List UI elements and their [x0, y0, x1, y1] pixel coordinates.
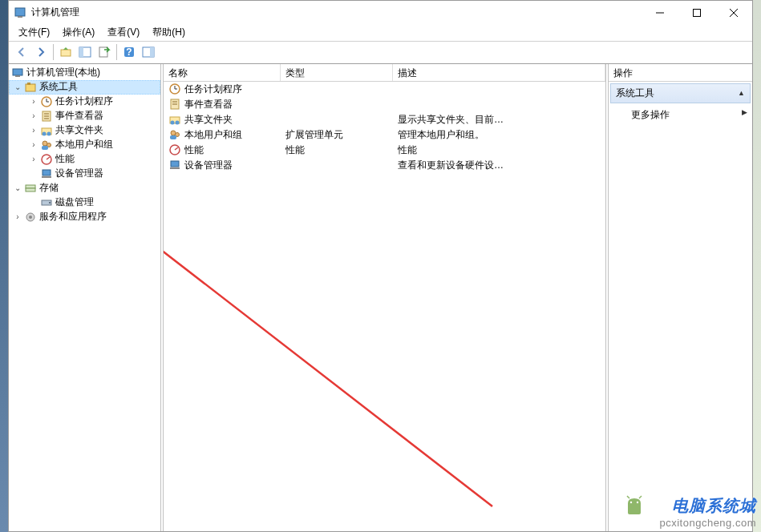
column-name[interactable]: 名称 [164, 64, 281, 81]
tree-system-tools[interactable]: ⌄ 系统工具 [9, 80, 160, 95]
toolbar-up-button[interactable] [56, 42, 75, 62]
collapse-icon: ▲ [738, 89, 745, 97]
desktop-right-edge [753, 0, 761, 532]
action-section-label: 系统工具 [616, 87, 654, 100]
row-icon [168, 159, 181, 171]
svg-point-40 [29, 216, 32, 219]
list-body[interactable]: 任务计划程序事件查看器共享文件夹显示共享文件夹、目前…本地用户和组扩展管理单元管… [164, 82, 605, 531]
tree-disk-management[interactable]: 磁盘管理 [9, 195, 160, 210]
users-icon [40, 139, 53, 151]
svg-rect-1 [18, 16, 22, 18]
tree-local-users[interactable]: › 本地用户和组 [9, 138, 160, 152]
list-panel: 名称 类型 描述 任务计划程序事件查看器共享文件夹显示共享文件夹、目前…本地用户… [163, 64, 606, 531]
tree-root[interactable]: 计算机管理(本地) [9, 66, 160, 80]
computer-icon [11, 66, 24, 79]
svg-rect-17 [27, 83, 30, 85]
toolbar-separator [116, 44, 117, 60]
svg-text:?: ? [126, 46, 132, 58]
titlebar: 计算机管理 [9, 1, 752, 25]
list-row[interactable]: 任务计划程序 [164, 82, 605, 97]
window-title: 计算机管理 [31, 6, 642, 19]
tree-label: 磁盘管理 [55, 195, 94, 209]
action-section[interactable]: 系统工具 ▲ [610, 83, 751, 103]
toolbar-forward-button[interactable] [31, 42, 51, 62]
svg-rect-56 [171, 161, 179, 167]
row-desc: 查看和更新设备硬件设… [393, 159, 605, 172]
list-row[interactable]: 本地用户和组扩展管理单元管理本地用户和组。 [164, 127, 605, 143]
menu-help[interactable]: 帮助(H) [146, 24, 192, 41]
window-frame: 计算机管理 文件(F) 操作(A) 查看(V) 帮助(H) ? 计算机管理(本地… [8, 0, 753, 532]
tree-label: 事件查看器 [55, 109, 103, 123]
maximize-button[interactable] [678, 1, 715, 25]
svg-rect-14 [13, 69, 22, 75]
toolbar-separator [53, 44, 54, 60]
expand-icon[interactable]: › [28, 154, 39, 165]
tree-storage[interactable]: ⌄ 存储 [9, 181, 160, 195]
row-icon [168, 83, 181, 95]
action-header: 操作 [609, 64, 752, 82]
expand-icon[interactable]: › [28, 125, 39, 136]
collapse-icon[interactable]: ⌄ [12, 82, 23, 93]
action-panel: 操作 系统工具 ▲ 更多操作 ▶ [608, 64, 752, 531]
svg-rect-30 [42, 146, 48, 150]
tree-services-apps[interactable]: › 服务和应用程序 [9, 210, 160, 224]
svg-rect-6 [61, 50, 71, 56]
tree-event-viewer[interactable]: › 事件查看器 [9, 109, 160, 123]
action-more[interactable]: 更多操作 ▶ [609, 105, 752, 125]
app-icon [14, 6, 26, 19]
tree-task-scheduler[interactable]: › 任务计划程序 [9, 95, 160, 109]
list-row[interactable]: 共享文件夹显示共享文件夹、目前… [164, 112, 605, 127]
toolbar-show-hide-tree-button[interactable] [75, 42, 95, 62]
tools-icon [24, 81, 37, 94]
shared-folder-icon [40, 124, 53, 137]
tree-performance[interactable]: › 性能 [9, 152, 160, 167]
row-type: 性能 [281, 143, 393, 157]
menu-file[interactable]: 文件(F) [12, 24, 56, 41]
clock-icon [40, 95, 53, 108]
tree-device-manager[interactable]: 设备管理器 [9, 167, 160, 181]
svg-rect-53 [170, 135, 176, 139]
svg-rect-57 [170, 167, 180, 169]
close-button[interactable] [715, 1, 752, 25]
row-name: 共享文件夹 [184, 113, 233, 127]
list-row[interactable]: 事件查看器 [164, 97, 605, 112]
svg-rect-15 [15, 75, 20, 77]
expand-icon[interactable]: › [12, 212, 23, 223]
row-name: 事件查看器 [184, 98, 233, 111]
tree-label: 性能 [55, 152, 75, 166]
collapse-icon[interactable]: ⌄ [12, 183, 23, 194]
expand-icon[interactable]: › [28, 111, 39, 122]
svg-rect-35 [26, 185, 35, 188]
column-type[interactable]: 类型 [281, 64, 393, 81]
row-type: 扩展管理单元 [281, 128, 393, 142]
disk-icon [40, 196, 53, 209]
list-row[interactable]: 性能性能性能 [164, 143, 605, 158]
tree-shared-folders[interactable]: › 共享文件夹 [9, 123, 160, 138]
row-desc: 管理本地用户和组。 [393, 128, 605, 142]
column-description[interactable]: 描述 [393, 64, 605, 81]
tree-label: 共享文件夹 [55, 123, 103, 137]
svg-rect-0 [15, 8, 25, 16]
minimize-button[interactable] [642, 1, 678, 25]
expand-icon[interactable]: › [28, 96, 39, 107]
menu-view[interactable]: 查看(V) [101, 24, 146, 41]
action-item-label: 更多操作 [631, 109, 670, 120]
svg-point-27 [47, 131, 51, 135]
svg-rect-13 [150, 47, 154, 57]
menu-action[interactable]: 操作(A) [56, 24, 101, 41]
toolbar-back-button[interactable] [12, 42, 31, 62]
toolbar-export-button[interactable] [95, 42, 114, 62]
tree-label: 计算机管理(本地) [26, 66, 100, 79]
window-controls [642, 1, 752, 25]
svg-rect-16 [26, 84, 35, 91]
svg-point-26 [43, 131, 47, 135]
expand-icon[interactable]: › [28, 139, 39, 151]
toolbar-show-hide-action-button[interactable] [139, 42, 158, 62]
tree-label: 本地用户和组 [55, 138, 113, 151]
row-icon [168, 128, 181, 141]
list-header: 名称 类型 描述 [164, 64, 605, 82]
list-row[interactable]: 设备管理器查看和更新设备硬件设… [164, 158, 605, 173]
tree-panel[interactable]: 计算机管理(本地) ⌄ 系统工具 › 任务计划程序 › 事件查看器 › 共享文件… [9, 64, 161, 531]
toolbar-help-button[interactable]: ? [119, 42, 139, 62]
row-name: 性能 [184, 143, 204, 157]
